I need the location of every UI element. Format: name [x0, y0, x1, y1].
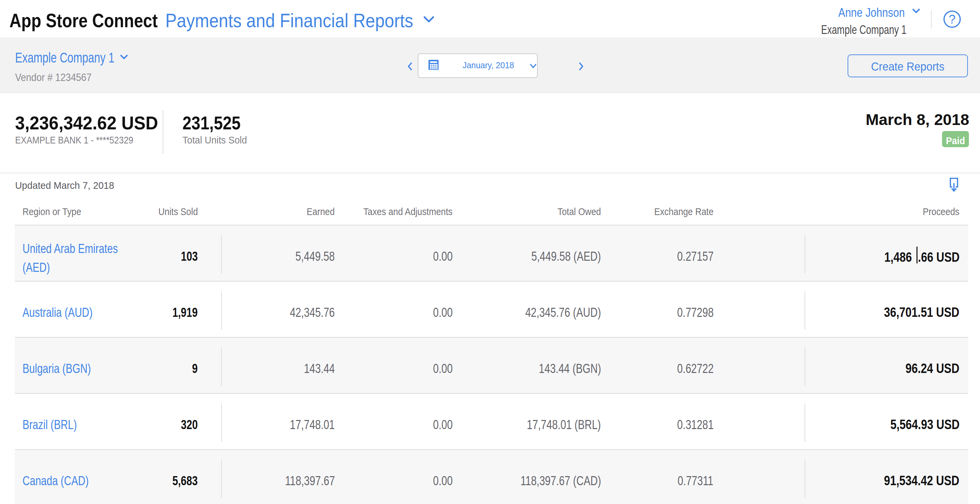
- svg-text:?: ?: [949, 13, 956, 26]
